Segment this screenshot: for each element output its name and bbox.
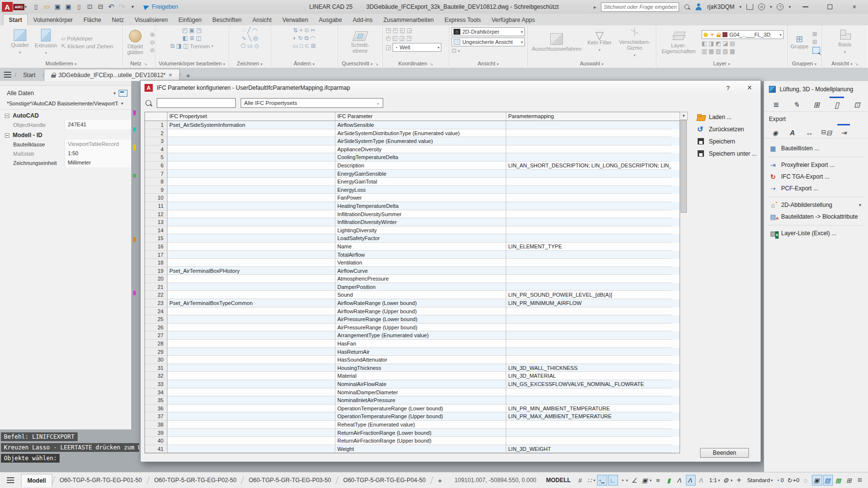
parameter-cell[interactable]: ApplianceDiversity: [335, 145, 506, 154]
solid-edit-icon[interactable]: ◳: [196, 27, 202, 34]
layer-tool-icon[interactable]: ▨: [723, 48, 728, 55]
table-row[interactable]: 28 HasFan: [145, 340, 680, 348]
property-group-modell-id[interactable]: Modell - ID: [0, 129, 131, 140]
draw-tool-icon[interactable]: ▭: [247, 43, 252, 49]
save-as-icon[interactable]: [64, 2, 73, 11]
table-row[interactable]: 14 LightingDiversity: [145, 226, 680, 235]
property-value[interactable]: ViewportTableRecord: [64, 140, 131, 149]
drawing-area[interactable]: Alle Daten ▾ *Sonstige*/AutoCAD Basisele…: [0, 81, 868, 472]
propertyset-cell[interactable]: [167, 283, 335, 291]
ribbon-tab[interactable]: Verwalten: [277, 15, 313, 25]
layout-tab[interactable]: O60-TGP-5-GR-TG-EG-P03-50: [244, 474, 336, 487]
propertyset-cell[interactable]: [167, 251, 335, 259]
mapping-cell[interactable]: [506, 145, 671, 154]
propertyset-cell[interactable]: [167, 170, 335, 178]
autodesk-account-icon[interactable]: A: [758, 3, 765, 10]
table-row[interactable]: 21 DamperPosition: [145, 283, 680, 291]
palette-subtab[interactable]: [804, 126, 815, 138]
modify-tool-icon[interactable]: □: [299, 43, 303, 49]
viewport-config-caret-icon[interactable]: ▾: [458, 48, 460, 54]
beenden-button[interactable]: Beenden: [700, 448, 749, 458]
statusbar-toggle[interactable]: [823, 475, 833, 486]
help-search-input[interactable]: [601, 2, 679, 12]
table-row[interactable]: 10 FanPower: [145, 194, 680, 202]
save-icon[interactable]: [53, 2, 62, 11]
table-row[interactable]: 1 Pset_AirSideSystemInformation AirflowS…: [145, 121, 680, 129]
propertyset-cell[interactable]: [167, 194, 335, 202]
propertyset-cell[interactable]: [167, 137, 335, 145]
mapping-cell[interactable]: [506, 234, 671, 243]
layer-tool-icon[interactable]: ▧: [716, 48, 721, 55]
propertyset-cell[interactable]: [167, 388, 335, 397]
solid-edit-icon[interactable]: ◰: [182, 27, 187, 34]
close-button[interactable]: ×: [845, 0, 864, 14]
table-row[interactable]: 35 NominalInletAirPressure: [145, 396, 680, 405]
ribbon-tab[interactable]: Einfügen: [173, 15, 207, 25]
redo-icon[interactable]: [118, 2, 126, 11]
mapping-cell[interactable]: [506, 218, 671, 226]
base-view-button[interactable]: Basis: [836, 29, 853, 56]
layer-tool-icon[interactable]: ◨: [708, 41, 714, 47]
file-tab-close-icon[interactable]: ×: [169, 72, 172, 79]
ribbon-tab[interactable]: Volumenkörper: [28, 15, 78, 25]
properties-path-caret-icon[interactable]: ▾: [121, 101, 124, 106]
propertyset-cell[interactable]: [167, 380, 335, 388]
mapping-cell[interactable]: [506, 251, 671, 259]
parameter-cell[interactable]: AirPressureRange (Lower bound): [335, 315, 506, 324]
mapping-cell[interactable]: [506, 307, 671, 316]
propertyset-cell[interactable]: [167, 437, 335, 445]
table-row[interactable]: 11 HeatingTemperatureDelta: [145, 202, 680, 210]
restore-button[interactable]: [820, 0, 840, 14]
property-row[interactable]: Zeichnungseinheit Millimeter: [0, 158, 131, 167]
palette-tool-button[interactable]: 2D-Abbilderstellung: [768, 197, 865, 211]
print-icon[interactable]: [96, 2, 105, 11]
draw-tool-icon[interactable]: ∿: [242, 35, 247, 41]
property-row[interactable]: Maßstab 1:50: [0, 149, 131, 158]
layer-tool-icon[interactable]: ▤: [729, 41, 735, 47]
draw-tool-icon[interactable]: ◌: [242, 27, 246, 34]
property-row[interactable]: Bauteilklasse ViewportTableRecord: [0, 140, 131, 149]
table-row[interactable]: 3 AirSideSystemType (Enumerated value): [145, 137, 680, 145]
modify-tool-icon[interactable]: ◠: [310, 35, 315, 41]
property-value[interactable]: 247E41: [64, 120, 131, 129]
table-row[interactable]: 39 ReturnAirFractionRange (Lower bound): [145, 429, 680, 437]
statusbar-toggle[interactable]: [586, 475, 596, 486]
mapping-cell[interactable]: [506, 396, 671, 405]
table-row[interactable]: 27 ArrangementType (Enumerated value): [145, 331, 680, 340]
palette-subtab[interactable]: [838, 126, 849, 138]
ucs-tool-icon[interactable]: ◳: [406, 35, 412, 41]
mapping-cell[interactable]: [506, 226, 671, 235]
table-row[interactable]: 2 AirSideSystemDistributionType (Enumera…: [145, 129, 680, 138]
mapping-cell[interactable]: [506, 153, 671, 162]
table-scrollbar[interactable]: ▲ ▼: [680, 112, 688, 120]
mapping-cell[interactable]: [506, 437, 671, 445]
palette-tab[interactable]: [770, 99, 782, 111]
modify-tool-icon[interactable]: ↻: [298, 35, 303, 41]
statusbar-toggle[interactable]: [619, 475, 629, 486]
dialog-help-button[interactable]: ?: [719, 84, 736, 92]
table-row[interactable]: 7 EnergyGainSensible: [145, 170, 680, 178]
table-row[interactable]: 38 ReheatType (Enumerated value): [145, 421, 680, 429]
propertyset-cell[interactable]: [167, 429, 335, 437]
propertyset-cell[interactable]: [167, 129, 335, 138]
quick-select-icon[interactable]: [119, 90, 127, 97]
parameter-cell[interactable]: EnergyGainTotal: [335, 178, 506, 186]
mapping-cell[interactable]: [506, 388, 671, 397]
table-row[interactable]: 6 Description LIN_AN_SHORT_DESCRIPTION; …: [145, 162, 680, 170]
mapping-cell[interactable]: [506, 267, 671, 275]
extrude-button[interactable]: Extrusion: [33, 28, 59, 57]
mapping-cell[interactable]: [506, 331, 671, 340]
modify-tool-icon[interactable]: +: [299, 27, 303, 34]
parameter-cell[interactable]: InfiltrationDiversitySummer: [335, 210, 506, 219]
parameter-cell[interactable]: LoadSafetyFactor: [335, 234, 506, 243]
dialog-filter-input[interactable]: [157, 98, 236, 108]
palette-tool-button[interactable]: Bauteildaten -> Blockattribute: [768, 211, 865, 223]
new-drawing-tab-button[interactable]: +: [181, 70, 195, 81]
propertyset-cell[interactable]: [167, 226, 335, 235]
dialog-titlebar[interactable]: A IFC Parameter konfigurieren - UserDefa…: [141, 81, 761, 95]
table-row[interactable]: 31 HousingThickness LIN_3D_WALL_THICKNES…: [145, 364, 680, 372]
dialog-close-icon[interactable]: ×: [741, 83, 757, 92]
mapping-cell[interactable]: [506, 324, 671, 332]
new-layout-button[interactable]: +: [433, 476, 447, 485]
modify-tool-icon[interactable]: ⊙: [304, 27, 309, 34]
